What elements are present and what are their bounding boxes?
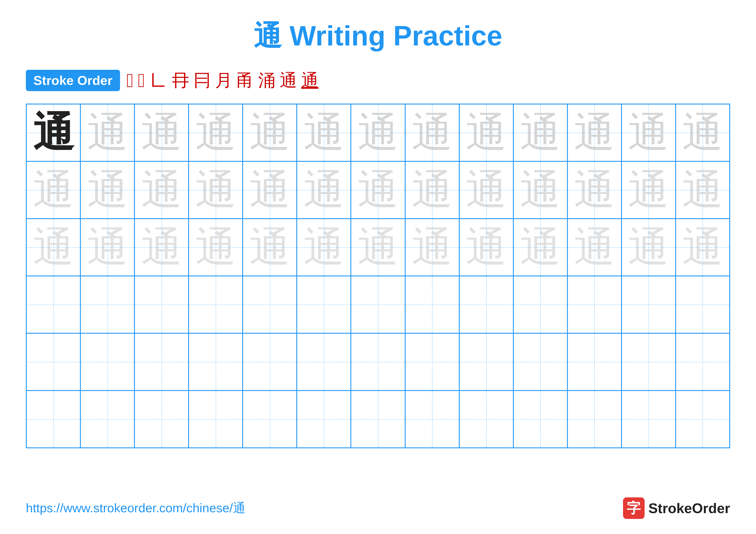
grid-cell[interactable]: [622, 333, 676, 391]
grid-cell[interactable]: 通: [80, 104, 134, 161]
grid-cell[interactable]: 通: [26, 104, 80, 161]
grid-cell[interactable]: [80, 276, 134, 333]
practice-character: 通: [412, 169, 452, 211]
grid-cell[interactable]: [676, 391, 730, 448]
grid-cell[interactable]: 通: [243, 219, 297, 276]
grid-cell[interactable]: 通: [189, 219, 243, 276]
grid-cell[interactable]: [297, 276, 351, 333]
practice-character: 通: [195, 112, 236, 153]
footer-logo: 字 StrokeOrder: [623, 497, 730, 519]
grid-cell[interactable]: [26, 391, 80, 448]
grid-cell[interactable]: [243, 276, 297, 333]
grid-cell[interactable]: 通: [134, 161, 189, 219]
grid-cell[interactable]: 通: [80, 161, 134, 219]
practice-character: 通: [358, 227, 398, 268]
grid-cell[interactable]: [297, 333, 351, 391]
grid-cell[interactable]: 通: [351, 104, 405, 161]
grid-cell[interactable]: [459, 276, 513, 333]
practice-character: 通: [574, 227, 615, 268]
practice-character: 通: [358, 112, 398, 153]
practice-character: 通: [520, 169, 561, 211]
grid-cell[interactable]: 通: [405, 219, 459, 276]
grid-cell[interactable]: 通: [26, 161, 80, 219]
grid-cell[interactable]: [676, 276, 730, 333]
grid-cell[interactable]: 通: [243, 161, 297, 219]
grid-cell[interactable]: 通: [676, 161, 730, 219]
grid-cell[interactable]: 通: [567, 219, 622, 276]
grid-cell[interactable]: 通: [26, 219, 80, 276]
grid-cell[interactable]: 通: [134, 219, 189, 276]
grid-cell[interactable]: 通: [243, 104, 297, 161]
grid-cell[interactable]: [297, 391, 351, 448]
footer: https://www.strokeorder.com/chinese/通 字 …: [26, 497, 730, 519]
grid-cell[interactable]: 通: [622, 219, 676, 276]
practice-character: 通: [87, 227, 128, 268]
grid-cell[interactable]: 通: [567, 104, 622, 161]
grid-cell[interactable]: 通: [676, 104, 730, 161]
grid-cell[interactable]: [459, 333, 513, 391]
grid-cell[interactable]: 通: [513, 104, 567, 161]
grid-cell[interactable]: 通: [513, 219, 567, 276]
grid-cell[interactable]: 通: [405, 104, 459, 161]
logo-icon: 字: [623, 497, 645, 519]
grid-cell[interactable]: [513, 391, 567, 448]
grid-cell[interactable]: [676, 333, 730, 391]
practice-character: 通: [520, 227, 561, 268]
grid-cell[interactable]: [26, 333, 80, 391]
grid-cell[interactable]: [243, 391, 297, 448]
grid-cell[interactable]: 通: [80, 219, 134, 276]
grid-cell[interactable]: [80, 391, 134, 448]
grid-cell[interactable]: [351, 333, 405, 391]
grid-cell[interactable]: [80, 333, 134, 391]
grid-cell[interactable]: [405, 276, 459, 333]
grid-cell[interactable]: [405, 391, 459, 448]
grid-cell[interactable]: [243, 333, 297, 391]
grid-cell[interactable]: 通: [189, 161, 243, 219]
grid-cell[interactable]: 通: [567, 161, 622, 219]
grid-cell[interactable]: [351, 391, 405, 448]
grid-cell[interactable]: 通: [297, 104, 351, 161]
grid-cell[interactable]: [567, 333, 622, 391]
grid-cell[interactable]: 通: [297, 219, 351, 276]
grid-cell[interactable]: 通: [676, 219, 730, 276]
grid-cell[interactable]: 通: [189, 104, 243, 161]
stroke-7: 甬: [237, 69, 254, 92]
grid-cell[interactable]: [622, 276, 676, 333]
grid-cell[interactable]: [567, 276, 622, 333]
logo-text: StrokeOrder: [648, 500, 730, 516]
practice-character: 通: [574, 112, 615, 153]
grid-cell[interactable]: 通: [622, 161, 676, 219]
grid-cell[interactable]: [26, 276, 80, 333]
grid-cell[interactable]: [405, 333, 459, 391]
grid-cell[interactable]: [459, 391, 513, 448]
practice-character: 通: [141, 169, 182, 211]
grid-cell[interactable]: [189, 391, 243, 448]
grid-cell[interactable]: 通: [622, 104, 676, 161]
page: 通 Writing Practice Stroke Order 𠃊 𠃊 ㇗ 冄 …: [0, 0, 756, 534]
grid-cell[interactable]: 通: [134, 104, 189, 161]
grid-cell[interactable]: [189, 276, 243, 333]
grid-cell[interactable]: [134, 391, 189, 448]
grid-cell[interactable]: [513, 276, 567, 333]
grid-cell[interactable]: 通: [459, 219, 513, 276]
grid-cell[interactable]: [189, 333, 243, 391]
practice-character: 通: [87, 169, 128, 211]
grid-cell[interactable]: 通: [351, 161, 405, 219]
grid-cell[interactable]: 通: [459, 104, 513, 161]
grid-cell[interactable]: [134, 333, 189, 391]
practice-character: 通: [141, 227, 182, 268]
grid-cell[interactable]: [567, 391, 622, 448]
practice-character: 通: [466, 112, 507, 153]
practice-character: 通: [466, 169, 507, 211]
grid-cell[interactable]: [622, 391, 676, 448]
grid-cell[interactable]: 通: [459, 161, 513, 219]
grid-cell[interactable]: 通: [513, 161, 567, 219]
grid-cell[interactable]: 通: [351, 219, 405, 276]
grid-cell[interactable]: 通: [297, 161, 351, 219]
practice-character: 通: [628, 227, 669, 268]
grid-cell[interactable]: [513, 333, 567, 391]
grid-cell[interactable]: [134, 276, 189, 333]
grid-cell[interactable]: 通: [405, 161, 459, 219]
grid-cell[interactable]: [351, 276, 405, 333]
practice-character: 通: [249, 227, 290, 268]
